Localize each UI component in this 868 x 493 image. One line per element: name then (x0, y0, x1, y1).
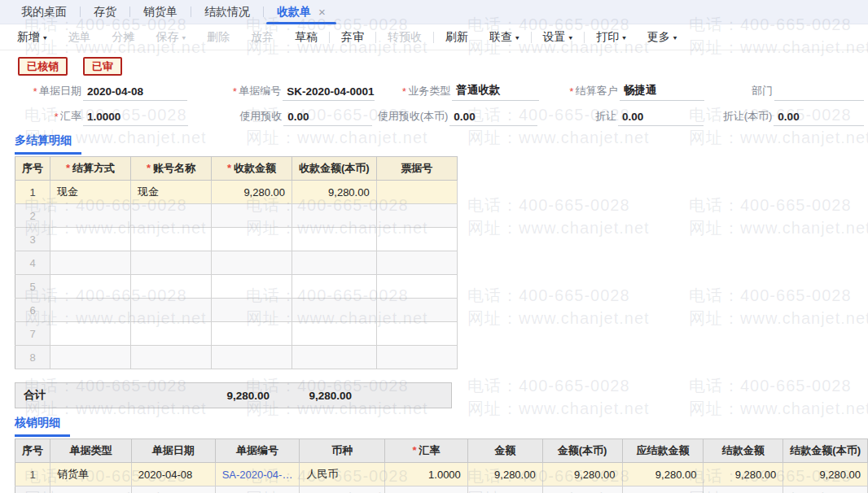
cell[interactable] (376, 275, 457, 299)
close-icon[interactable]: × (318, 6, 326, 18)
cell[interactable] (212, 228, 292, 251)
cell[interactable]: 现金 (50, 181, 131, 204)
settlement-customer-input[interactable]: 畅捷通 (620, 83, 705, 101)
cell[interactable] (292, 299, 377, 322)
cell[interactable] (212, 346, 292, 369)
cell[interactable]: 现金 (131, 181, 212, 204)
cell[interactable] (212, 299, 292, 322)
toolbar-button-unapprove[interactable]: 弃审 (331, 30, 375, 45)
cell[interactable] (783, 486, 868, 493)
cell[interactable]: 9,280.00 (622, 463, 704, 486)
row-number: 4 (15, 251, 50, 275)
tab-settlement-status[interactable]: 结款情况 (191, 0, 263, 24)
cell[interactable] (300, 486, 385, 493)
toolbar-button-refresh[interactable]: 刷新 (435, 30, 479, 45)
cell[interactable]: 9,280.00 (542, 463, 622, 486)
bill-date-input[interactable]: 2020-04-08 (83, 85, 187, 101)
toolbar-button-more[interactable]: 更多▾ (637, 30, 688, 45)
exchange-rate-input[interactable]: 1.0000 (83, 111, 188, 126)
cell[interactable] (131, 322, 212, 346)
cell[interactable] (50, 251, 131, 275)
cell[interactable] (212, 204, 292, 228)
column-header: *收款金额 (212, 157, 292, 181)
cell[interactable]: 9,280.00 (704, 463, 783, 486)
cell[interactable] (376, 204, 457, 228)
tab-receipt[interactable]: 收款单× (264, 0, 339, 24)
toolbar-button-draft[interactable]: 草稿 (284, 30, 328, 45)
discount-base-input[interactable]: 0.00 (774, 111, 864, 126)
cell[interactable] (212, 251, 292, 275)
tab-my-desktop[interactable]: 我的桌面 (8, 0, 80, 24)
cell[interactable] (385, 486, 468, 493)
cell[interactable]: 2020-04-08 (131, 463, 215, 486)
cell[interactable] (131, 486, 215, 493)
cell[interactable] (704, 486, 783, 493)
watermark-tile: 电话：400-665-0028网址：www.chanjet.net (467, 284, 650, 329)
discount-input[interactable]: 0.00 (618, 111, 704, 126)
cell[interactable] (292, 251, 377, 275)
required-asterisk: * (412, 444, 416, 456)
cell[interactable] (50, 486, 132, 493)
tab-writeoff-detail[interactable]: 核销明细 (15, 413, 70, 437)
watermark-url: 网址：www.chanjet.net (689, 307, 868, 329)
department-label: 部门 (708, 84, 773, 101)
cell[interactable] (50, 346, 131, 369)
cell[interactable] (376, 228, 457, 251)
cell[interactable] (131, 275, 212, 299)
tab-sales-order[interactable]: 销货单 (130, 0, 191, 24)
cell[interactable] (50, 228, 131, 251)
toolbar-button-link-query[interactable]: 联查▾ (479, 30, 530, 45)
cell[interactable] (131, 228, 212, 251)
used-advance-base-input[interactable]: 0.00 (449, 111, 537, 126)
table-row-empty: 4 (15, 251, 458, 275)
toolbar-button-settings[interactable]: 设置▾ (533, 30, 584, 45)
cell[interactable]: 9,280.00 (292, 181, 377, 204)
used-advance-input[interactable]: 0.00 (283, 111, 372, 126)
cell[interactable] (292, 275, 377, 299)
bill-no-link[interactable]: SA-2020-04-… (222, 469, 293, 481)
chevron-down-icon: ▾ (515, 33, 519, 41)
cell[interactable] (50, 322, 131, 346)
cell[interactable] (376, 299, 457, 322)
watermark-phone: 电话：400-665-0028 (467, 374, 650, 397)
tab-settlement-detail[interactable]: 多结算明细 (15, 131, 81, 155)
total-amount: 9,280.00 (205, 390, 286, 402)
cell[interactable] (622, 486, 704, 493)
cell[interactable]: 销货单 (50, 463, 132, 486)
cell[interactable] (376, 181, 457, 204)
cell[interactable] (292, 228, 377, 251)
cell[interactable]: 9,280.00 (467, 463, 542, 486)
cell[interactable] (212, 322, 292, 346)
business-type-input[interactable]: 普通收款 (452, 83, 539, 101)
cell[interactable] (376, 346, 457, 369)
cell[interactable]: 9,280.00 (783, 463, 868, 486)
cell[interactable] (215, 486, 300, 493)
cell[interactable]: 1.0000 (385, 463, 468, 486)
toolbar-separator (584, 32, 585, 43)
toolbar-button-print[interactable]: 打印▾ (585, 30, 637, 45)
cell[interactable] (292, 204, 377, 228)
cell[interactable] (131, 346, 212, 369)
cell[interactable]: 9,280.00 (212, 181, 292, 204)
cell[interactable] (50, 299, 131, 322)
cell[interactable] (292, 322, 377, 346)
cell[interactable]: 人民币 (300, 463, 385, 486)
tab-inventory[interactable]: 存货 (81, 0, 129, 24)
cell[interactable] (212, 275, 292, 299)
toolbar-button-add[interactable]: 新增▾ (7, 30, 58, 45)
cell[interactable] (376, 251, 457, 275)
department-input[interactable] (774, 85, 864, 101)
cell[interactable] (467, 486, 542, 493)
bill-no-input[interactable]: SK-2020-04-0001 (283, 85, 375, 101)
cell[interactable] (131, 251, 212, 275)
cell[interactable]: SA-2020-04-… (215, 463, 300, 486)
cell[interactable] (542, 486, 622, 493)
cell[interactable] (50, 275, 131, 299)
cell[interactable] (292, 346, 377, 369)
cell[interactable] (50, 204, 131, 228)
business-type-field: *业务类型普通收款 (379, 83, 543, 101)
cell[interactable] (131, 204, 212, 228)
writeoff-section-tab-row: 核销明细 (15, 413, 868, 437)
cell[interactable] (131, 299, 212, 322)
cell[interactable] (376, 322, 457, 346)
